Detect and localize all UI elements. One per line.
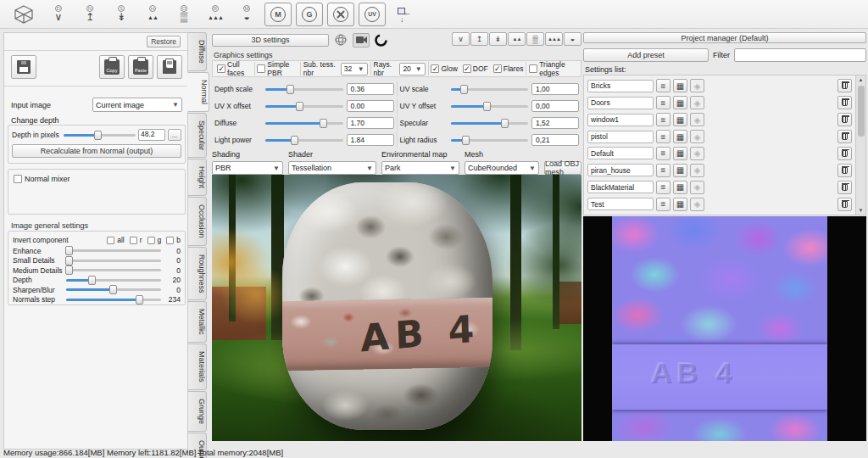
3d-viewport[interactable]: AB 4 — [212, 175, 581, 441]
paste-button[interactable]: Paste — [128, 55, 153, 79]
specular-intensity-value[interactable]: 1,52 — [531, 117, 579, 129]
invert-all-checkbox[interactable] — [107, 237, 114, 244]
delete-preset-button[interactable] — [837, 96, 852, 109]
input-image-select[interactable]: Current image ▼ — [92, 98, 182, 112]
save-settings-button[interactable]: ▦ — [673, 198, 687, 211]
rays-select[interactable]: 20▼ — [399, 63, 425, 75]
tab-diffuse[interactable]: Diffuse — [188, 32, 207, 71]
delete-preset-button[interactable] — [837, 181, 852, 194]
preset-name-field[interactable]: piran_house — [587, 164, 654, 176]
settings-list-scrollbar[interactable]: ▲ ▼ — [855, 75, 865, 215]
height-texture-button[interactable]: H ▲▲ — [139, 3, 166, 26]
preview-height-button[interactable]: ▲▲ — [508, 32, 526, 46]
mesh-select[interactable]: CubeRounded▼ — [465, 161, 539, 175]
load-settings-button[interactable]: ≡ — [656, 198, 670, 211]
preset-name-field[interactable]: Bricks — [587, 80, 654, 92]
diffuse-intensity-value[interactable]: 1.70 — [347, 117, 394, 129]
tab-grunge[interactable]: Grunge — [188, 391, 207, 432]
slider-handle[interactable] — [94, 131, 102, 140]
cube-3d-icon[interactable] — [7, 3, 41, 26]
specular-intensity-slider[interactable] — [451, 118, 529, 129]
normal-map-preview[interactable]: AB 4 — [583, 216, 866, 441]
save-settings-button[interactable]: ▦ — [673, 181, 687, 194]
simple-pbr-checkbox[interactable] — [257, 64, 265, 73]
delete-preset-button[interactable] — [837, 79, 852, 92]
environmental-map-select[interactable]: Park▼ — [381, 161, 459, 175]
uv-scale-slider[interactable] — [451, 84, 529, 95]
light-power-value[interactable]: 1.84 — [347, 134, 394, 146]
load-settings-button[interactable]: ≡ — [656, 130, 670, 143]
materials-button[interactable]: M — [264, 3, 292, 26]
roughness-texture-button[interactable]: R ▲▲▲ — [202, 3, 229, 26]
load-settings-button[interactable]: ≡ — [656, 96, 670, 109]
shader-select[interactable]: Tessellation▼ — [288, 161, 376, 175]
settings-button[interactable] — [327, 3, 354, 26]
glow-checkbox[interactable]: ✓ — [431, 64, 439, 73]
filter-input[interactable] — [734, 48, 866, 62]
metallic-texture-button[interactable]: M ◒ — [233, 3, 260, 26]
node-diagram-button[interactable]: ←↓ — [390, 3, 417, 26]
preset-name-field[interactable]: Test — [587, 198, 654, 210]
load-settings-button[interactable]: ≡ — [656, 147, 670, 160]
invert-r-checkbox[interactable] — [130, 237, 137, 244]
cull-faces-checkbox[interactable]: ✓ — [217, 64, 225, 73]
tab-normal[interactable]: Normal — [187, 72, 209, 112]
add-preset-button[interactable]: Add preset — [583, 48, 709, 62]
normal-mixer-checkbox[interactable] — [14, 175, 22, 183]
delete-preset-button[interactable] — [837, 164, 852, 177]
delete-preset-button[interactable] — [837, 198, 852, 211]
save-settings-button[interactable]: ▦ — [673, 130, 687, 143]
project-manager-header-button[interactable]: Project manager (Default) — [583, 32, 866, 43]
tab-specular[interactable]: Specular — [188, 113, 207, 159]
load-settings-button[interactable]: ≡ — [656, 113, 670, 126]
delete-preset-button[interactable] — [837, 130, 852, 143]
tab-occlusion[interactable]: Occlusion — [188, 197, 207, 246]
save-settings-button[interactable]: ▦ — [673, 164, 687, 177]
diffuse-texture-button[interactable]: D ∨ — [45, 3, 72, 26]
sub-tess-select[interactable]: 32▼ — [341, 63, 368, 75]
scrollbar-thumb[interactable] — [858, 86, 865, 137]
delete-preset-button[interactable] — [837, 113, 852, 126]
preview-specular-button[interactable]: ↡ — [489, 32, 507, 46]
copy-button[interactable]: Copy — [99, 55, 125, 79]
normals-step-slider[interactable] — [66, 294, 161, 305]
light-radius-slider[interactable] — [451, 135, 529, 146]
specular-texture-button[interactable]: S ↡ — [108, 3, 135, 26]
uv-x-offset-slider[interactable] — [265, 101, 343, 112]
depth-in-pixels-value[interactable]: 48.2 — [138, 129, 165, 141]
save-settings-button[interactable]: ▦ — [673, 113, 687, 126]
depth-in-pixels-slider[interactable] — [64, 130, 136, 141]
tab-metallic[interactable]: Metallic — [188, 301, 207, 343]
preview-diffuse-button[interactable]: ∨ — [452, 32, 470, 46]
shading-select[interactable]: PBR▼ — [212, 161, 283, 175]
load-settings-button[interactable]: ≡ — [656, 79, 670, 92]
load-obj-mesh-button[interactable]: Load OBJ mesh — [544, 161, 581, 175]
depth-scale-slider[interactable] — [265, 84, 343, 95]
uv-y-offset-value[interactable]: 0,00 — [531, 100, 579, 112]
preset-name-field[interactable]: window1 — [587, 114, 654, 126]
triangle-edges-checkbox[interactable] — [529, 64, 537, 73]
normal-texture-button[interactable]: N ↥ — [76, 3, 103, 26]
flares-checkbox[interactable]: ✓ — [493, 64, 502, 73]
preset-name-field[interactable]: pistol — [587, 131, 654, 143]
save-settings-button[interactable]: ▦ — [673, 96, 687, 109]
save-image-button[interactable] — [11, 55, 36, 79]
diffuse-intensity-slider[interactable] — [265, 118, 343, 129]
save-settings-button[interactable]: ▦ — [673, 79, 687, 92]
preset-name-field[interactable]: Doors — [587, 97, 654, 109]
load-settings-button[interactable]: ≡ — [656, 164, 670, 177]
delete-preset-button[interactable] — [837, 147, 852, 160]
depth-scale-value[interactable]: 0.36 — [347, 83, 394, 95]
preset-name-field[interactable]: BlackMaterial — [587, 181, 654, 193]
recalculate-normal-button[interactable]: Recalculate from Normal (output) — [12, 144, 181, 158]
camera-button[interactable] — [353, 33, 370, 47]
invert-b-checkbox[interactable] — [166, 237, 174, 244]
uv-button[interactable]: UV — [359, 3, 386, 26]
orbit-sphere-icon[interactable] — [333, 33, 348, 47]
depth-more-button[interactable]: ... — [168, 129, 181, 141]
scroll-down-icon[interactable]: ▼ — [859, 206, 864, 215]
invert-g-checkbox[interactable] — [147, 237, 155, 244]
preset-name-field[interactable]: Default — [587, 147, 654, 159]
paste-from-clipboard-button[interactable] — [157, 55, 182, 79]
preview-occlusion-button[interactable]: ▒ — [526, 32, 544, 46]
